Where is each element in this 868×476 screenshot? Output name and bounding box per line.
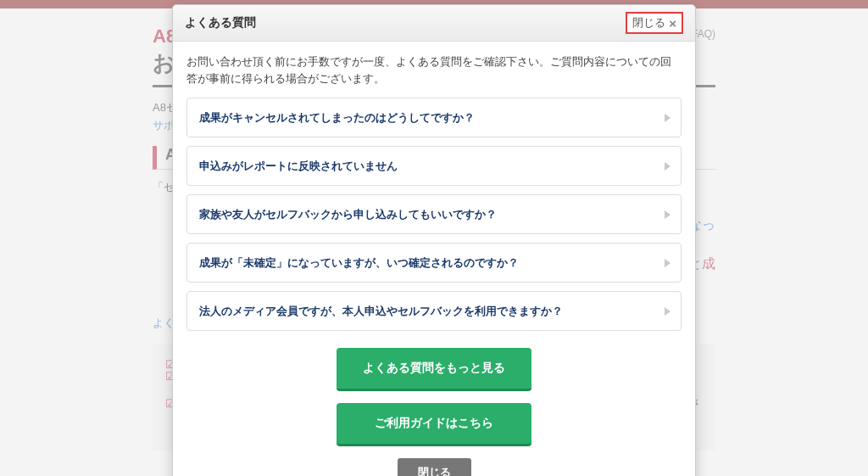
faq-item[interactable]: 家族や友人がセルフバックから申し込みしてもいいですか？ [186,194,682,234]
faq-item-text: 法人のメディア会員ですが、本人申込やセルフバックを利用できますか？ [199,305,563,317]
faq-item[interactable]: 法人のメディア会員ですが、本人申込やセルフバックを利用できますか？ [186,291,682,331]
modal-title: よくある質問 [185,15,256,31]
arrow-right-icon [665,210,670,219]
close-button-top[interactable]: 閉じる × [626,12,683,34]
faq-item-text: 成果がキャンセルされてしまったのはどうしてですか？ [199,112,475,124]
modal-header: よくある質問 閉じる × [173,5,695,42]
faq-item-text: 成果が「未確定」になっていますが、いつ確定されるのですか？ [199,257,519,269]
modal-buttons: よくある質問をもっと見る ご利用ガイドはこちら 閉じる [186,339,682,476]
faq-modal: よくある質問 閉じる × お問い合わせ頂く前にお手数ですが一度、よくある質問をご… [172,4,696,476]
close-button-bottom[interactable]: 閉じる [398,458,471,476]
modal-body: お問い合わせ頂く前にお手数ですが一度、よくある質問をご確認下さい。ご質問内容につ… [173,42,695,476]
arrow-right-icon [665,259,670,267]
faq-more-button[interactable]: よくある質問をもっと見る [337,348,531,391]
arrow-right-icon [665,162,670,171]
close-label: 閉じる [632,15,665,31]
arrow-right-icon [665,114,670,122]
arrow-right-icon [665,307,670,316]
faq-item[interactable]: 成果がキャンセルされてしまったのはどうしてですか？ [186,98,682,137]
faq-item-text: 申込みがレポートに反映されていません [199,160,398,172]
modal-description: お問い合わせ頂く前にお手数ですが一度、よくある質問をご確認下さい。ご質問内容につ… [186,53,682,87]
close-icon: × [669,16,676,31]
faq-item[interactable]: 申込みがレポートに反映されていません [186,146,682,186]
faq-item[interactable]: 成果が「未確定」になっていますが、いつ確定されるのですか？ [186,243,682,283]
guide-button[interactable]: ご利用ガイドはこちら [337,403,531,446]
faq-item-text: 家族や友人がセルフバックから申し込みしてもいいですか？ [199,209,497,221]
